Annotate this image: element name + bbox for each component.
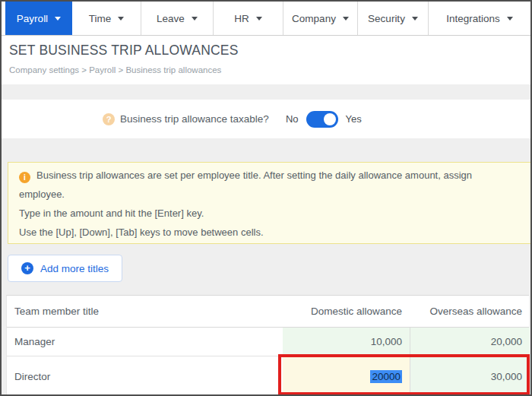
- info-line-4: Use the [Up], [Down], [Tab] keys to move…: [19, 223, 532, 242]
- table-header-row: Team member title Domestic allowance Ove…: [7, 296, 529, 328]
- page-header: SET BUSINESS TRIP ALLOWANCES Company set…: [2, 36, 530, 84]
- nav-tab-leave[interactable]: Leave: [141, 2, 214, 35]
- nav-tab-integrations-label: Integrations: [446, 13, 500, 24]
- taxable-toggle-switch[interactable]: [306, 111, 338, 128]
- overseas-allowance-cell-director[interactable]: 30,000: [410, 356, 530, 396]
- chevron-down-icon: [55, 17, 61, 21]
- nav-tab-company-label: Company: [292, 13, 336, 24]
- nav-tab-company[interactable]: Company: [283, 2, 358, 35]
- nav-tab-time[interactable]: Time: [72, 2, 141, 35]
- domestic-allowance-cell-director[interactable]: 20000: [283, 356, 410, 396]
- add-more-titles-label: Add more titles: [40, 263, 109, 274]
- info-line-1-text: Business trip allowances are set per emp…: [36, 169, 472, 181]
- allowance-table: Team member title Domestic allowance Ove…: [6, 295, 529, 396]
- domestic-allowance-cell-manager[interactable]: 10,000: [283, 328, 410, 356]
- taxable-toggle-label: Business trip allowance taxable?: [120, 113, 269, 125]
- nav-tab-security-label: Security: [368, 13, 405, 24]
- app-window: Payroll Time Leave HR Company Security I…: [0, 0, 532, 396]
- chevron-down-icon: [192, 17, 198, 21]
- col-header-overseas-allowance: Overseas allowance: [410, 296, 530, 327]
- col-header-team-member-title: Team member title: [7, 296, 283, 327]
- nav-tab-payroll-label: Payroll: [17, 13, 48, 24]
- taxable-toggle-row: ? Business trip allowance taxable? No Ye…: [2, 100, 530, 138]
- chevron-down-icon: [507, 17, 513, 21]
- col-header-domestic-allowance: Domestic allowance: [283, 296, 410, 327]
- plus-circle-icon: +: [21, 262, 33, 274]
- table-row-director: Director 20000 30,000: [7, 356, 529, 396]
- nav-tab-payroll[interactable]: Payroll: [5, 2, 72, 35]
- nav-tab-security[interactable]: Security: [358, 2, 429, 35]
- info-line-1: iBusiness trip allowances are set per em…: [19, 166, 532, 185]
- top-navigation: Payroll Time Leave HR Company Security I…: [2, 2, 530, 36]
- info-icon: i: [19, 172, 30, 183]
- nav-tab-leave-label: Leave: [157, 13, 185, 24]
- selected-input-text[interactable]: 20000: [370, 370, 402, 383]
- title-cell-director: Director: [7, 356, 283, 396]
- page-title: SET BUSINESS TRIP ALLOWANCES: [9, 43, 523, 59]
- question-help-icon[interactable]: ?: [103, 113, 115, 125]
- info-line-2: employee.: [19, 185, 532, 204]
- info-line-3: Type in the amount and hit the [Enter] k…: [19, 204, 532, 223]
- overseas-allowance-cell-manager[interactable]: 20,000: [410, 328, 530, 356]
- toggle-yes-label: Yes: [346, 113, 362, 125]
- info-box: iBusiness trip allowances are set per em…: [8, 162, 532, 244]
- title-cell-manager: Manager: [7, 328, 283, 356]
- chevron-down-icon: [343, 17, 349, 21]
- add-more-titles-button[interactable]: + Add more titles: [8, 255, 122, 282]
- nav-tab-hr-label: HR: [234, 13, 249, 24]
- toggle-knob: [324, 113, 336, 125]
- nav-tab-hr[interactable]: HR: [214, 2, 283, 35]
- toggle-no-label: No: [286, 113, 299, 125]
- chevron-down-icon: [118, 17, 124, 21]
- nav-tab-integrations[interactable]: Integrations: [429, 2, 530, 35]
- nav-tab-time-label: Time: [89, 13, 112, 24]
- table-row-manager: Manager 10,000 20,000: [7, 328, 529, 356]
- chevron-down-icon: [412, 17, 418, 21]
- chevron-down-icon: [256, 17, 262, 21]
- breadcrumb: Company settings > Payroll > Business tr…: [9, 65, 523, 74]
